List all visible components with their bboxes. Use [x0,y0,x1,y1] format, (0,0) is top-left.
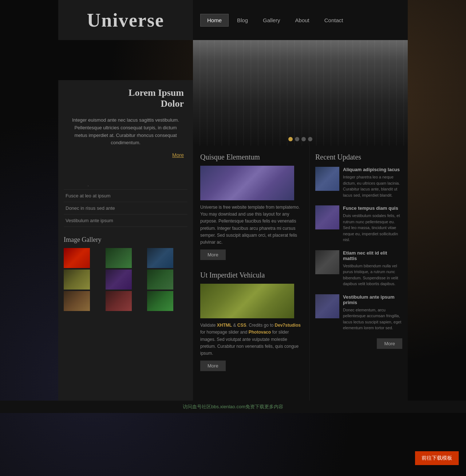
post-2-more-btn[interactable]: More [200,361,226,371]
recent-item-1: Aliquam adipiscing lacus Integer pharetr… [315,167,402,198]
gallery-thumb-4[interactable] [64,270,90,290]
post-2: Ut Imperdiet Vehicula Validate XHTML & C… [200,271,302,371]
hero-slider[interactable] [193,40,408,146]
recent-body-4: Donec elementum, arcu pellentesque accum… [343,307,402,331]
recent-title-1: Aliquam adipiscing lacus [343,167,402,172]
post-2-title: Ut Imperdiet Vehicula [200,271,302,279]
main-content: Quisque Elementum Universe is free websi… [193,146,309,401]
category-item[interactable]: Fusce at leo at ipsum [64,190,187,202]
post-1-title: Quisque Elementum [200,153,302,161]
intro-title: Lorem IpsumDolor [67,87,184,109]
logo: Universe [58,0,193,40]
gallery-thumb-9[interactable] [147,291,173,311]
recent-thumb-4 [315,294,339,318]
recent-item-4: Vestibulum ante ipsum primis Donec eleme… [315,294,402,331]
nav-contact[interactable]: Contact [318,14,350,26]
post-2-image [200,284,294,318]
recent-text-3: Etiam nec elit id elit mattis Vestibulum… [343,250,402,287]
category-item[interactable]: Donec in risus sed ante [64,202,187,215]
recent-title: Recent Updates [315,153,402,161]
gallery-thumb-7[interactable] [64,291,90,311]
recent-body-1: Integer pharetra leo a neque dictum, eu … [343,174,402,198]
recent-title-2: Fusce tempus diam quis [343,205,402,211]
gallery-thumb-1[interactable] [64,248,90,268]
slider-dot-2[interactable] [295,137,299,141]
css-link[interactable]: CSS [237,323,246,328]
navigation: Home Blog Gallery About Contact [193,0,408,40]
gallery-thumb-2[interactable] [106,248,132,268]
post-1-more-btn[interactable]: More [200,249,226,260]
gallery-thumb-6[interactable] [147,270,173,290]
recent-more-btn[interactable]: More [377,338,402,349]
nav-blog[interactable]: Blog [230,14,254,26]
recent-updates: Recent Updates Aliquam adipiscing lacus … [309,146,408,401]
recent-title-4: Vestibulum ante ipsum primis [343,294,402,305]
post-1-body: Universe is free website template from t… [200,204,302,246]
post-1-image [200,166,294,200]
xhtml-link[interactable]: XHTML [217,323,232,328]
recent-text-1: Aliquam adipiscing lacus Integer pharetr… [343,167,402,198]
recent-text-4: Vestibulum ante ipsum primis Donec eleme… [343,294,402,331]
footer-label: 访问血号社区bbs.xienlao.com免资下载更多内容 [183,404,283,409]
slider-dot-3[interactable] [301,137,306,141]
post-2-body: Validate XHTML & CSS. Credits go to Dev7… [200,322,302,357]
gallery-thumb-8[interactable] [106,291,132,311]
post-1: Quisque Elementum Universe is free websi… [200,153,302,260]
nav-home[interactable]: Home [200,14,229,27]
gallery-thumb-5[interactable] [106,270,132,290]
recent-thumb-2 [315,205,339,229]
dev7studios-link[interactable]: Dev7studios [275,323,301,328]
slider-dots [288,137,312,141]
image-gallery-section: Image Gallery [64,236,187,311]
intro-box: Lorem IpsumDolor Integer euismod ante ne… [58,80,193,186]
recent-thumb-3 [315,250,339,274]
photovaco-link[interactable]: Photovaco [249,330,271,335]
slider-dot-1[interactable] [288,137,293,141]
site-title: Universe [87,9,164,31]
category-item[interactable]: Vestibulum ante ipsum [64,215,187,227]
recent-body-3: Vestibulum bibendum nulla vel purus tris… [343,263,402,287]
gallery-title: Image Gallery [64,236,187,244]
nav-gallery[interactable]: Gallery [256,14,287,26]
slider-image [193,40,408,146]
slider-dot-4[interactable] [308,137,312,141]
recent-title-3: Etiam nec elit id elit mattis [343,250,402,261]
intro-body: Integer euismod ante nec lacus sagittis … [67,117,184,147]
gallery-thumb-3[interactable] [147,248,173,268]
recent-item-3: Etiam nec elit id elit mattis Vestibulum… [315,250,402,287]
recent-text-2: Fusce tempus diam quis Duis vestibulum s… [343,205,402,243]
recent-item-2: Fusce tempus diam quis Duis vestibulum s… [315,205,402,243]
footer-text: 访问血号社区bbs.xienlao.com免资下载更多内容 [0,401,466,413]
intro-more-link[interactable]: More [67,152,184,158]
recent-thumb-1 [315,167,339,191]
recent-body-2: Duis vestibulum sodales felis, et rutrum… [343,213,402,243]
nav-about[interactable]: About [289,14,316,26]
gallery-grid [64,248,187,311]
